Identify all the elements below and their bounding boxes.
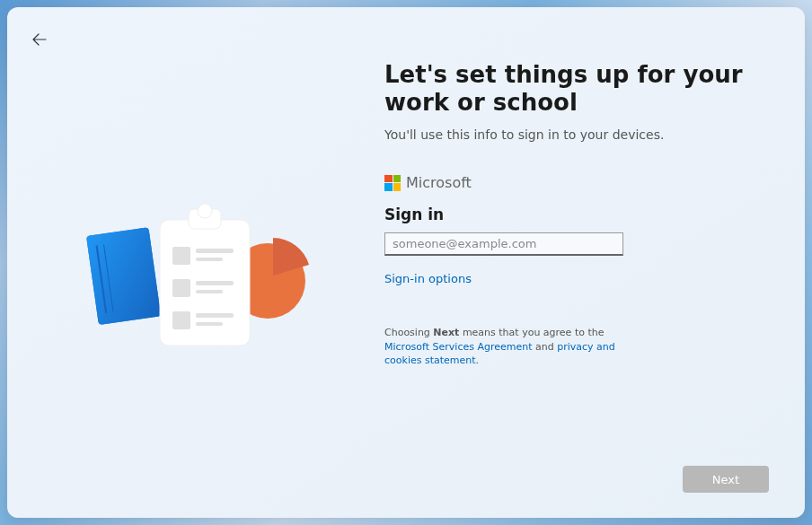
microsoft-logo-icon	[384, 175, 401, 191]
legal-next-word: Next	[433, 327, 459, 338]
legal-text: Choosing Next means that you agree to th…	[384, 326, 636, 367]
email-input[interactable]	[384, 232, 623, 256]
page-title: Let's set things up for your work or sch…	[384, 61, 762, 117]
illustration-pane	[7, 7, 384, 518]
oobe-window: Let's set things up for your work or sch…	[7, 7, 805, 518]
svg-rect-12	[196, 281, 234, 285]
form-pane: Let's set things up for your work or sch…	[384, 7, 805, 518]
signin-options-link[interactable]: Sign-in options	[384, 272, 472, 285]
microsoft-brand: Microsoft	[384, 174, 762, 191]
svg-rect-14	[172, 311, 190, 329]
microsoft-brand-text: Microsoft	[406, 174, 472, 191]
svg-rect-13	[196, 290, 223, 293]
signin-heading: Sign in	[384, 206, 762, 223]
services-agreement-link[interactable]: Microsoft Services Agreement	[384, 341, 533, 353]
svg-point-7	[198, 204, 212, 218]
svg-rect-8	[172, 247, 190, 265]
back-button[interactable]	[29, 29, 50, 50]
svg-rect-10	[196, 258, 223, 261]
svg-rect-15	[196, 313, 234, 318]
svg-rect-11	[172, 279, 190, 297]
work-school-illustration	[61, 191, 331, 371]
svg-rect-9	[196, 249, 234, 253]
next-button[interactable]: Next	[683, 466, 769, 493]
arrow-left-icon	[32, 32, 47, 47]
svg-rect-1	[86, 227, 161, 325]
svg-rect-16	[196, 322, 223, 326]
page-subtitle: You'll use this info to sign in to your …	[384, 127, 762, 142]
